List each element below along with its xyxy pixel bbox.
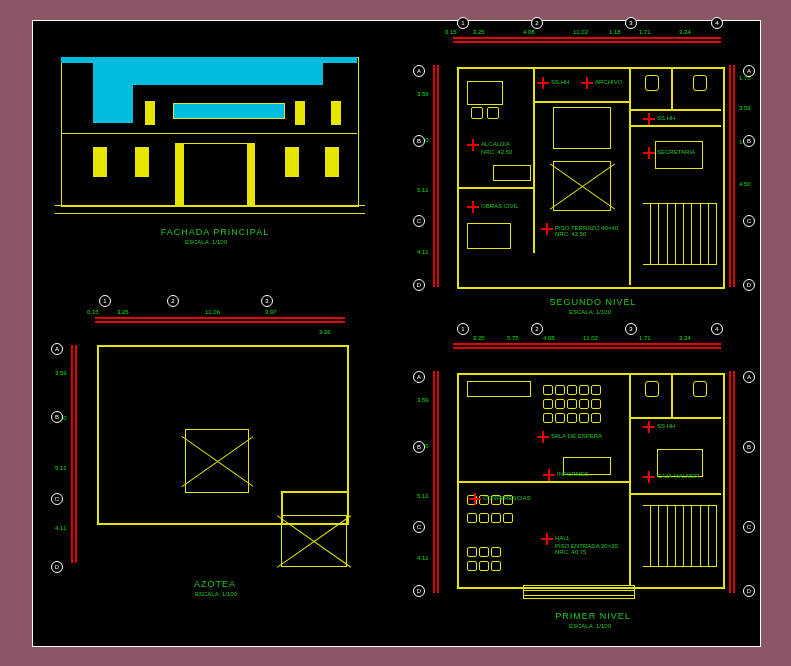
second-dim-right [729,65,735,287]
facade-window-upper-3 [331,101,341,125]
second-g2: 2 [531,17,543,29]
second-ptr-secretaria [643,147,655,159]
second-dim-t4: 1.18 [609,29,621,35]
second-dim-t1: 3.25 [473,29,485,35]
facade-mid-line [61,133,357,134]
second-dim-t5: 1.71 [639,29,651,35]
second-wc-2 [693,75,707,91]
first-dim-l0: 3.59 [417,397,429,403]
roof-grid-3: 3 [261,295,273,307]
second-desk-alcaldia [467,81,503,105]
facade-window-upper-2 [295,101,305,125]
facade-door-frame [183,143,249,207]
second-scale: ESCALA: 1/100 [569,309,611,315]
first-bath-split [671,373,673,417]
roof-stair-cut [281,491,349,525]
roof-grid-A: A [51,343,63,355]
first-g2: 2 [531,323,543,335]
facade-window-lower-4 [325,147,339,177]
first-entry-steps [523,585,635,599]
roof-dim-left-3: 4.11 [55,525,67,531]
facade-title: FACHADA PRINCIPAL [125,227,305,237]
roof-dim-top [95,317,345,323]
first-wc-1 [645,381,659,397]
first-partition-v [629,373,631,585]
first-lbl-conf: CONFERENCIAS [483,495,531,501]
facade-window-lower-2 [135,147,149,177]
first-g4: 4 [711,323,723,335]
drawing-second: 0.15 3.25 4.08 11.02 1.18 1.71 3.24 3.59… [413,31,753,331]
first-lbl-hall: HALL [555,535,570,541]
roof-dim-top-1: 3.25 [117,309,129,315]
first-dim-l2: 5.11 [417,493,429,499]
second-lbl-sshh: SS.HH [551,79,569,85]
second-dim-left [433,65,439,287]
second-lbl-archivo: ARCHIVO [595,79,622,85]
second-dim-l3: 4.11 [417,249,429,255]
first-wc-2 [693,381,707,397]
first-lbl-espera: SALA DE ESPERA [551,433,602,439]
second-g1: 1 [457,17,469,29]
second-ptr-archivo [581,77,593,89]
second-shaft [553,161,611,211]
first-lbl-informes: INFORMES [557,471,589,477]
roof-grid-1: 1 [99,295,111,307]
second-ptr-sshh [537,77,549,89]
second-lbl-alcaldia-sub: NRC. 42.50 [481,149,512,155]
facade-ground-line [55,205,365,206]
roof-dim-top-0: 0.15 [87,309,99,315]
first-dim-right [729,371,735,593]
facade-scale: ESCALA: 1/100 [185,239,227,245]
second-ptr-alcaldia [467,139,479,151]
first-dim-t4: 11.02 [583,335,598,341]
second-partition-h1 [457,187,533,189]
drawing-roof: 0.15 3.25 11.06 3.97 3.26 3.59 4.50 5.11… [55,315,385,625]
second-dim-r1: 3.59 [739,105,751,111]
drawing-first: 3.25 5.75 4.08 11.02 1.71 3.24 3.59 4.50… [413,337,753,641]
cad-canvas[interactable]: FACHADA PRINCIPAL ESCALA: 1/100 0.15 3.2… [32,20,761,647]
first-lbl-hall-sub: PISO ENTRADA 20×20 NRC. 40.75 [555,543,625,555]
facade-ground-line2 [55,213,365,214]
roof-grid-C: C [51,493,63,505]
facade-window-upper-1 [145,101,155,125]
first-ptr-informes [543,469,555,481]
first-dim-t1: 3.25 [473,335,485,341]
first-ptr-sshh [643,421,655,433]
facade-window-lower-1 [93,147,107,177]
facade-window-lower-3 [285,147,299,177]
facade-sky-drop-left [93,85,133,123]
second-gC: C [413,215,425,227]
roof-title: AZOTEA [155,579,275,589]
second-gDr: D [743,279,755,291]
roof-dim-top-2: 11.06 [205,309,220,315]
roof-grid-B: B [51,411,63,423]
first-lbl-sshh: SS.HH [657,423,675,429]
first-gCr: C [743,521,755,533]
second-bath-split [671,67,673,109]
first-gA: A [413,371,425,383]
second-lbl-sshh2: SS.HH [657,115,675,121]
second-wc-1 [645,75,659,91]
second-lbl-alcaldia: ALCALDIA [481,141,510,147]
second-partition-v2 [629,67,631,285]
second-desk-secretaria [655,141,703,169]
second-g4: 4 [711,17,723,29]
roof-scale: ESCALA: 1/100 [195,591,237,597]
roof-dim-left [71,345,77,563]
facade-sky-center [173,103,285,119]
second-chair-1 [471,107,483,119]
second-dim-l0: 3.59 [417,91,429,97]
first-stairs [643,505,717,567]
second-gD: D [413,279,425,291]
roof-dim-left-0: 3.59 [55,370,67,376]
second-lbl-obras: OBRAS CIVIL [481,203,519,209]
first-gC: C [413,521,425,533]
first-scale: ESCALA: 1/100 [569,623,611,629]
second-partition-v1 [533,67,535,253]
facade-sky-top [93,63,323,85]
first-bath-h [629,417,721,419]
second-dim-t6: 3.24 [679,29,691,35]
roof-dim-top-4: 3.26 [319,329,331,335]
second-partition-h2 [629,125,721,127]
second-dim-t3: 11.02 [573,29,588,35]
